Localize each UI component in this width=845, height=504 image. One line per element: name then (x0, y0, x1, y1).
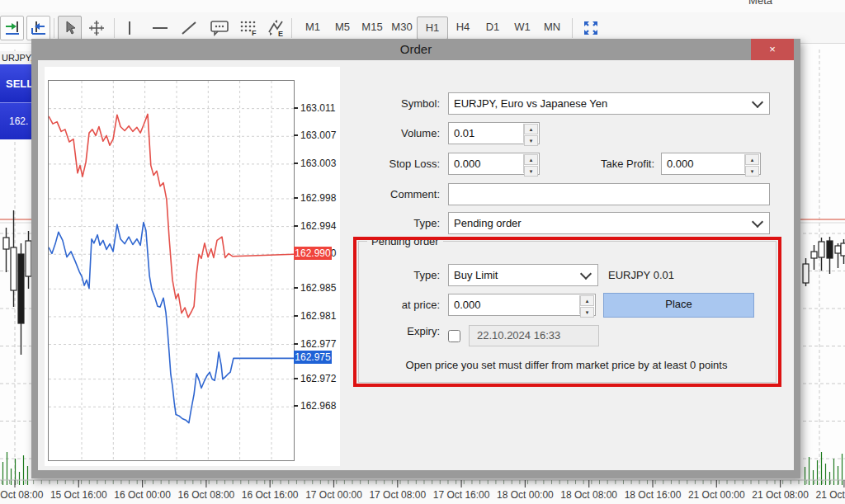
timeframe-mn[interactable]: MN (537, 16, 567, 38)
stop-loss-spinner: ▴ ▾ (523, 154, 538, 173)
dialog-title: Order (31, 39, 800, 60)
spin-up-icon[interactable]: ▴ (524, 154, 538, 165)
timeframe-m30[interactable]: M30 (387, 16, 417, 38)
indicators-button[interactable]: F (237, 16, 259, 40)
toolbar-separator (291, 18, 292, 38)
chart-shift-icon (31, 20, 47, 36)
dialog-close-button[interactable]: × (751, 39, 794, 60)
spin-down-icon[interactable]: ▾ (524, 135, 538, 146)
expert-advisors-icon: E (266, 19, 286, 37)
symbol-label: Symbol: (352, 92, 440, 115)
tick-chart-svg (49, 81, 294, 460)
price-axis-label: 162.981 (300, 311, 336, 321)
timeframe-m15[interactable]: M15 (357, 16, 387, 38)
take-profit-spinner: ▴ ▾ (744, 154, 759, 173)
time-axis-label: 21 Oct 08:00 (748, 489, 814, 501)
sell-price-partial: 162. (0, 103, 31, 139)
price-axis-label: 162.972 (300, 374, 336, 384)
trendline-icon (180, 20, 198, 36)
volume-spinner: ▴ ▾ (523, 124, 538, 143)
timeframe-h1[interactable]: H1 (417, 16, 448, 40)
comment-input-wrap (448, 183, 770, 205)
price-axis-tick (294, 225, 298, 227)
volume-label: Volume: (352, 122, 440, 144)
take-profit-input-wrap: ▴ ▾ (661, 153, 761, 175)
time-axis-label: 21 Oct 16:00 (811, 489, 845, 501)
time-axis-label: 17 Oct 16:00 (428, 489, 494, 501)
symbol-select[interactable]: EURJPY, Euro vs Japanese Yen (448, 92, 770, 115)
highlight-rectangle (353, 237, 781, 387)
price-axis-tick (294, 107, 298, 109)
time-axis-label: 16 Oct 16:00 (237, 489, 303, 501)
time-axis-label: 18 Oct 16:00 (620, 489, 686, 501)
timeframe-m5[interactable]: M5 (328, 16, 357, 38)
price-axis-label: 163.003 (300, 158, 336, 168)
price-axis-tick (294, 315, 298, 317)
time-axis-label: 16 Oct 08:00 (173, 489, 239, 501)
spin-up-icon[interactable]: ▴ (524, 124, 538, 134)
price-axis-tick (294, 343, 298, 345)
price-axis-label: 162.977 (300, 339, 336, 349)
comment-label: Comment: (352, 183, 440, 205)
text-balloon-icon (210, 19, 229, 37)
horizontal-line-icon (151, 21, 169, 35)
spin-up-icon[interactable]: ▴ (745, 154, 759, 165)
time-axis-label: 17 Oct 08:00 (365, 489, 431, 501)
timeframe-h4[interactable]: H4 (448, 16, 478, 38)
toolbar-separator (114, 18, 115, 38)
crosshair-tool-button[interactable] (85, 16, 107, 40)
time-axis-label: 16 Oct 00:00 (110, 489, 176, 501)
vertical-line-icon (122, 20, 137, 36)
expert-advisors-button[interactable]: E (264, 16, 286, 40)
chevron-down-icon (752, 96, 763, 107)
time-axis-label: 15 Oct 08:00 (0, 489, 48, 501)
spin-down-icon[interactable]: ▾ (745, 166, 759, 177)
auto-scroll-button[interactable] (0, 16, 24, 40)
order-type-select[interactable]: Pending order (448, 212, 770, 234)
price-axis-tick (294, 378, 298, 379)
quote-symbol-partial: URJPY, (0, 51, 31, 64)
order-type-select-value: Pending order (454, 217, 522, 229)
svg-text:E: E (278, 30, 283, 37)
auto-scroll-icon (4, 20, 21, 36)
spin-down-icon[interactable]: ▾ (524, 166, 538, 177)
horizontal-line-tool-button[interactable] (149, 16, 171, 40)
vertical-line-tool-button[interactable] (118, 16, 140, 40)
price-axis-tick (294, 197, 298, 199)
text-label-tool-button[interactable] (208, 16, 230, 40)
time-axis-label: 21 Oct 00:00 (683, 489, 749, 501)
price-axis-label: 162.994 (300, 221, 336, 231)
chart-shift-button[interactable] (26, 16, 50, 40)
stop-loss-label: Stop Loss: (352, 153, 440, 175)
volume-input-wrap: ▴ ▾ (448, 122, 540, 144)
time-axis-label: 18 Oct 00:00 (492, 489, 558, 501)
time-axis-label: 17 Oct 00:00 (301, 489, 367, 501)
tick-chart-plot-area (48, 80, 295, 461)
trendline-tool-button[interactable] (177, 16, 200, 40)
price-axis-label: 163.011 (300, 103, 336, 113)
fullscreen-button[interactable] (579, 16, 602, 40)
timeframe-w1[interactable]: W1 (507, 16, 537, 38)
price-axis-label: 162.998 (300, 193, 336, 203)
crosshair-icon (87, 19, 106, 37)
toolbar-separator (572, 18, 573, 38)
price-axis-tick (294, 287, 298, 289)
timeframe-d1[interactable]: D1 (478, 16, 507, 38)
order-type-label: Type: (352, 212, 440, 234)
sell-button[interactable]: SELL (0, 64, 31, 103)
fullscreen-icon (583, 20, 599, 36)
price-axis-tick (294, 405, 298, 407)
chevron-down-icon (752, 215, 763, 227)
price-axis-tick (294, 163, 298, 164)
timeframe-m1[interactable]: M1 (298, 16, 328, 38)
toolbar-separator (54, 18, 54, 38)
bid-price-badge: 162.975 (294, 351, 332, 364)
ask-price-badge: 162.990 (294, 247, 332, 260)
price-axis-tick (294, 134, 298, 136)
comment-input[interactable] (449, 184, 769, 205)
take-profit-label: Take Profit: (566, 153, 654, 175)
price-axis-label: 163.007 (300, 130, 336, 140)
cursor-tool-button[interactable] (58, 16, 82, 40)
time-axis-label: 18 Oct 08:00 (556, 489, 622, 501)
stop-loss-input-wrap: ▴ ▾ (448, 153, 540, 175)
